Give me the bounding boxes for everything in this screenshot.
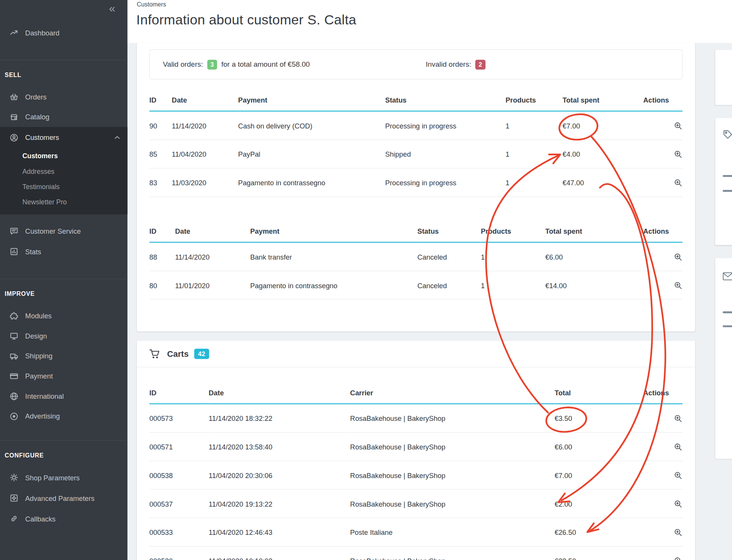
page-title: Information about customer S. Calta — [136, 12, 356, 27]
catalog-icon — [10, 113, 18, 121]
view-order-button[interactable] — [674, 178, 682, 187]
sidebar-subitem-testimonials[interactable]: Testimonials — [0, 179, 127, 194]
zoom-icon — [674, 557, 682, 560]
order-date: 11/14/2020 — [175, 242, 250, 271]
col-header-carrier: Carrier — [350, 386, 554, 404]
col-header-payment: Payment — [238, 93, 385, 111]
orders-icon — [10, 93, 18, 101]
cart-date: 11/14/2020 13:58:40 — [209, 432, 350, 461]
bar-chart-icon — [10, 247, 18, 256]
view-cart-button[interactable] — [674, 528, 682, 537]
sidebar-item-international[interactable]: International — [0, 386, 127, 406]
link-icon — [10, 514, 18, 523]
order-payment: Pagamento in contrassegno — [250, 271, 417, 300]
puzzle-icon — [10, 311, 18, 320]
order-status: Shipped — [385, 140, 506, 168]
view-order-button[interactable] — [674, 150, 682, 159]
col-header-actions: Actions — [643, 93, 682, 111]
truncated-text-line — [723, 190, 732, 192]
order-date: 11/01/2020 — [175, 271, 250, 300]
view-cart-button[interactable] — [674, 414, 682, 423]
cart-row[interactable]: 000573 11/14/2020 18:32:22 RosaBakehouse… — [149, 404, 682, 432]
sidebar-item-orders[interactable]: Orders — [0, 87, 127, 107]
view-order-button[interactable] — [674, 122, 682, 130]
orders-summary: Valid orders: 3 for a total amount of €5… — [149, 50, 682, 79]
order-row[interactable]: 90 11/14/2020 Cash on delivery (COD) Pro… — [149, 111, 682, 140]
view-order-button[interactable] — [674, 281, 682, 290]
sidebar-subitem-addresses[interactable]: Addresses — [0, 164, 127, 179]
col-header-date: Date — [172, 93, 238, 111]
chevron-up-icon — [114, 136, 120, 139]
view-cart-button[interactable] — [674, 500, 682, 508]
order-total: €6.00 — [545, 242, 643, 271]
sidebar-item-design[interactable]: Design — [0, 326, 127, 346]
sidebar-item-callbacks[interactable]: Callbacks — [0, 508, 127, 529]
dashboard-icon — [10, 29, 18, 37]
order-row[interactable]: 80 11/01/2020 Pagamento in contrassegno … — [149, 271, 682, 300]
cart-row[interactable]: 000533 11/04/2020 12:46:43 Poste Italian… — [149, 518, 682, 547]
view-order-button[interactable] — [674, 253, 682, 261]
carts-table: ID Date Carrier Total Actions 000573 11/… — [149, 386, 682, 560]
order-actions — [643, 242, 682, 271]
sidebar-item-modules[interactable]: Modules — [0, 306, 127, 326]
cart-carrier: RosaBakehouse | BakeryShop — [350, 404, 554, 432]
tag-icon — [723, 129, 732, 141]
carts-panel: Carts 42 ID Date Carrier Total Actions 0… — [137, 341, 695, 560]
sidebar-item-label: Payment — [25, 372, 53, 380]
sidebar-item-advanced-parameters[interactable]: Advanced Parameters — [0, 488, 127, 509]
cart-actions — [643, 546, 682, 560]
sidebar-item-label: Orders — [25, 93, 47, 101]
col-header-products: Products — [481, 225, 545, 242]
cart-actions — [643, 518, 682, 547]
invalid-orders-summary: Invalid orders: 2 — [426, 59, 490, 69]
sidebar-item-stats[interactable]: Stats — [0, 241, 127, 262]
col-header-date: Date — [209, 386, 350, 404]
order-status: Processing in progress — [385, 168, 506, 197]
col-header-total-spent: Total spent — [563, 93, 644, 111]
globe-icon — [10, 392, 18, 400]
order-total: €4.00 — [563, 140, 644, 168]
right-rail-card — [715, 50, 732, 105]
sidebar-subitem-newsletter-pro[interactable]: Newsletter Pro — [0, 194, 127, 209]
sidebar-item-catalog[interactable]: Catalog — [0, 107, 127, 127]
cart-row[interactable]: 000537 11/04/2020 19:13:22 RosaBakehouse… — [149, 489, 682, 518]
orders-panel: Valid orders: 3 for a total amount of €5… — [137, 43, 695, 332]
view-cart-button[interactable] — [674, 443, 682, 451]
sidebar-group-customers: Customers Customers Addresses Testimonia… — [0, 127, 127, 214]
sidebar-item-customers[interactable]: Customers — [0, 127, 127, 148]
order-products: 1 — [481, 271, 545, 300]
breadcrumb[interactable]: Customers — [137, 1, 166, 8]
zoom-icon — [674, 471, 682, 480]
view-cart-button[interactable] — [674, 557, 682, 560]
col-header-id: ID — [149, 93, 172, 111]
table-header-row: ID Date Payment Status Products Total sp… — [149, 93, 682, 111]
page-header: Customers Information about customer S. … — [127, 0, 732, 43]
carts-title: Carts — [167, 349, 188, 359]
cart-id: 000573 — [149, 404, 209, 432]
order-id: 85 — [149, 140, 172, 168]
order-id: 80 — [149, 271, 175, 300]
col-header-actions: Actions — [643, 225, 682, 242]
order-status: Canceled — [417, 271, 481, 300]
sidebar-subitem-customers[interactable]: Customers — [0, 148, 127, 163]
order-date: 11/03/2020 — [172, 168, 238, 197]
order-row[interactable]: 85 11/04/2020 PayPal Shipped 1 €4.00 — [149, 140, 682, 168]
zoom-icon — [674, 253, 682, 261]
view-cart-button[interactable] — [674, 471, 682, 480]
table-header-row: ID Date Carrier Total Actions — [149, 386, 682, 404]
sidebar-item-shipping[interactable]: Shipping — [0, 346, 127, 366]
order-row[interactable]: 88 11/14/2020 Bank transfer Canceled 1 €… — [149, 242, 682, 271]
gear-icon — [10, 473, 18, 482]
cart-row[interactable]: 000571 11/14/2020 13:58:40 RosaBakehouse… — [149, 432, 682, 461]
cart-row[interactable]: 000538 11/04/2020 20:30:06 RosaBakehouse… — [149, 461, 682, 489]
sidebar-collapse-button[interactable]: « — [109, 3, 115, 14]
order-row[interactable]: 83 11/03/2020 Pagamento in contrassegno … — [149, 168, 682, 197]
sidebar-item-customer-service[interactable]: Customer Service — [0, 221, 127, 241]
col-header-id: ID — [149, 386, 209, 404]
sidebar-item-advertising[interactable]: Advertising — [0, 406, 127, 426]
cart-row[interactable]: 000530 11/04/2020 10:10:02 RosaBakehouse… — [149, 546, 682, 560]
sidebar-item-shop-parameters[interactable]: Shop Parameters — [0, 467, 127, 488]
sidebar-item-payment[interactable]: Payment — [0, 366, 127, 386]
sidebar-item-label: Advertising — [25, 412, 60, 420]
sidebar-item-dashboard[interactable]: Dashboard — [0, 22, 127, 43]
